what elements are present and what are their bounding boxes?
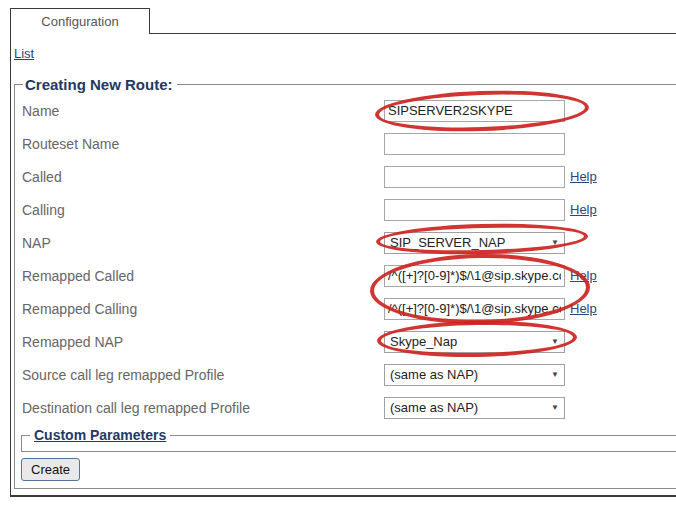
page-bottom-border bbox=[10, 495, 676, 497]
destination-profile-select[interactable]: (same as NAP) ▼ bbox=[384, 397, 565, 419]
chevron-down-icon: ▼ bbox=[551, 404, 559, 412]
form-row-remapped-nap: Remapped NAP Skype_Nap ▼ bbox=[21, 325, 676, 358]
chevron-down-icon: ▼ bbox=[551, 338, 559, 346]
source-profile-select-value: (same as NAP) bbox=[390, 367, 478, 382]
routeset-name-label: Routeset Name bbox=[21, 136, 384, 152]
tab-baseline-divider bbox=[149, 33, 676, 34]
name-input[interactable] bbox=[384, 100, 565, 122]
form-row-name: Name bbox=[21, 94, 676, 127]
custom-parameters-fieldset: Custom Parameters bbox=[21, 427, 676, 452]
remapped-called-label: Remapped Called bbox=[21, 268, 384, 284]
form-row-called: Called Help bbox=[21, 160, 676, 193]
remapped-calling-input[interactable] bbox=[384, 298, 565, 320]
form-row-remapped-calling: Remapped Calling Help bbox=[21, 292, 676, 325]
nap-label: NAP bbox=[21, 235, 384, 251]
nap-select[interactable]: SIP_SERVER_NAP ▼ bbox=[384, 232, 565, 254]
custom-parameters-legend-link[interactable]: Custom Parameters bbox=[30, 427, 170, 443]
calling-label: Calling bbox=[21, 202, 384, 218]
form-row-destination-profile: Destination call leg remapped Profile (s… bbox=[21, 391, 676, 424]
called-label: Called bbox=[21, 169, 384, 185]
form-row-nap: NAP SIP_SERVER_NAP ▼ bbox=[21, 226, 676, 259]
source-profile-label: Source call leg remapped Profile bbox=[21, 367, 384, 383]
remapped-calling-label: Remapped Calling bbox=[21, 301, 384, 317]
source-profile-select[interactable]: (same as NAP) ▼ bbox=[384, 364, 565, 386]
calling-input[interactable] bbox=[384, 199, 565, 221]
calling-help-link[interactable]: Help bbox=[570, 202, 597, 217]
destination-profile-label: Destination call leg remapped Profile bbox=[21, 400, 384, 416]
name-label: Name bbox=[21, 103, 384, 119]
page-left-border bbox=[10, 8, 11, 497]
remapped-nap-select-value: Skype_Nap bbox=[390, 334, 457, 349]
creating-new-route-fieldset: Creating New Route: Name Routeset Name C… bbox=[14, 76, 676, 489]
remapped-nap-label: Remapped NAP bbox=[21, 334, 384, 350]
remapped-calling-help-link[interactable]: Help bbox=[570, 301, 597, 316]
chevron-down-icon: ▼ bbox=[551, 239, 559, 247]
called-help-link[interactable]: Help bbox=[570, 169, 597, 184]
called-input[interactable] bbox=[384, 166, 565, 188]
create-button[interactable]: Create bbox=[21, 458, 80, 481]
remapped-called-help-link[interactable]: Help bbox=[570, 268, 597, 283]
destination-profile-select-value: (same as NAP) bbox=[390, 400, 478, 415]
form-row-source-profile: Source call leg remapped Profile (same a… bbox=[21, 358, 676, 391]
form-row-routeset-name: Routeset Name bbox=[21, 127, 676, 160]
creating-new-route-legend: Creating New Route: bbox=[23, 76, 177, 93]
routeset-name-input[interactable] bbox=[384, 133, 565, 155]
remapped-called-input[interactable] bbox=[384, 265, 565, 287]
tab-configuration[interactable]: Configuration bbox=[10, 8, 150, 34]
tab-configuration-label: Configuration bbox=[41, 14, 118, 29]
configuration-page: Configuration List Creating New Route: N… bbox=[0, 0, 676, 505]
form-row-remapped-called: Remapped Called Help bbox=[21, 259, 676, 292]
remapped-nap-select[interactable]: Skype_Nap ▼ bbox=[384, 331, 565, 353]
list-link[interactable]: List bbox=[14, 46, 34, 61]
chevron-down-icon: ▼ bbox=[551, 371, 559, 379]
nap-select-value: SIP_SERVER_NAP bbox=[390, 235, 505, 250]
form-row-calling: Calling Help bbox=[21, 193, 676, 226]
